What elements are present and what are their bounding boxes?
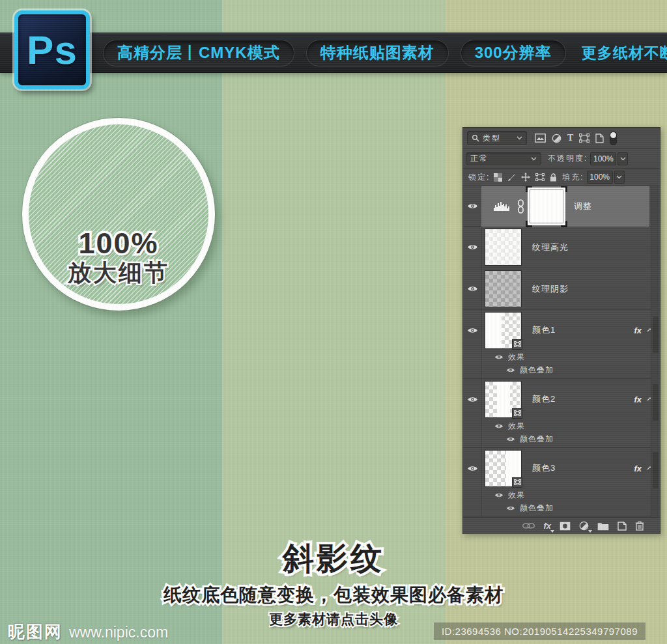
- poster-subtitle-row: 纸纹底色随意变换，包装效果图必备素材: [0, 583, 667, 608]
- layer-name: 调整: [574, 201, 592, 212]
- site-logo-text: 昵图网: [8, 621, 63, 643]
- poster-note: 更多素材请点击头像: [269, 610, 398, 628]
- eye-visibility-icon[interactable]: [494, 423, 504, 429]
- detail-circle-percent: 100%: [78, 229, 158, 258]
- effects-header-row[interactable]: 效果: [463, 350, 660, 364]
- new-group-folder-icon[interactable]: [597, 522, 609, 531]
- eye-visibility-icon[interactable]: [467, 327, 478, 334]
- new-adjustment-layer-icon[interactable]: [579, 521, 589, 531]
- layer-name: 纹理阴影: [532, 283, 569, 295]
- chevron-down-icon: [517, 136, 522, 140]
- search-icon: [472, 134, 479, 142]
- layer-style-fx-icon[interactable]: fx: [543, 521, 551, 531]
- feature-badge-2: 特种纸贴图素材: [306, 40, 449, 66]
- effects-header-row[interactable]: 效果: [463, 419, 660, 433]
- blend-mode-select[interactable]: 正常: [466, 152, 541, 165]
- layer-filter-type-select[interactable]: 类型: [467, 131, 527, 145]
- layer-thumbnail[interactable]: [485, 381, 522, 418]
- chevron-down-icon: [531, 157, 537, 161]
- layer-thumbnail[interactable]: [485, 312, 522, 349]
- layer-row[interactable]: 纹理高光: [463, 227, 660, 268]
- layer-name: 颜色3: [532, 462, 556, 474]
- add-layer-mask-icon[interactable]: [560, 522, 571, 531]
- scrollbar-thumb[interactable]: [653, 384, 659, 421]
- detail-circle-caption: 放大细节: [68, 258, 169, 287]
- eye-visibility-icon[interactable]: [494, 492, 504, 498]
- layer-mask-thumbnail[interactable]: [530, 189, 563, 223]
- selected-layer-band[interactable]: 调整: [481, 186, 649, 227]
- lock-pixels-brush-icon[interactable]: [507, 173, 516, 182]
- opacity-value-field[interactable]: 100%: [590, 152, 616, 165]
- fill-dropdown-button[interactable]: [614, 171, 625, 184]
- eye-visibility-icon[interactable]: [506, 436, 515, 442]
- layer-thumbnail[interactable]: [485, 229, 522, 266]
- fx-badge[interactable]: fx: [634, 326, 642, 335]
- scrollbar-thumb[interactable]: [653, 316, 659, 353]
- vector-mask-badge: [512, 477, 522, 488]
- detail-zoom-circle: 100% 放大细节: [22, 118, 215, 311]
- layers-list: 调整 纹理高光 纹理阴影 颜色1 fx: [463, 186, 660, 517]
- feature-badge-3: 300分辨率: [461, 40, 566, 66]
- layer-row-adjustment[interactable]: 调整: [463, 186, 660, 227]
- smart-object-filter-icon[interactable]: [595, 133, 604, 143]
- delete-layer-trash-icon[interactable]: [635, 521, 644, 531]
- header-bar: 高精分层丨CMYK模式 特种纸贴图素材 300分辨率 更多纸材不断更新中……: [0, 33, 667, 73]
- shape-filter-icon[interactable]: [579, 133, 589, 143]
- layer-row[interactable]: 颜色1 fx: [463, 310, 660, 350]
- layers-panel-toolbar: fx: [463, 517, 660, 534]
- eye-visibility-icon[interactable]: [467, 244, 478, 251]
- opacity-dropdown-button[interactable]: [617, 152, 628, 165]
- mask-link-icon: [517, 199, 524, 214]
- lock-transparency-icon[interactable]: [494, 173, 502, 182]
- lock-artboard-icon[interactable]: [535, 173, 545, 181]
- blend-mode-value: 正常: [470, 153, 489, 164]
- photoshop-logo: Ps: [14, 10, 90, 89]
- layers-scrollbar[interactable]: [651, 186, 659, 517]
- layer-row[interactable]: 颜色3 fx: [463, 448, 660, 488]
- scrollbar-thumb[interactable]: [653, 452, 659, 488]
- filter-toggle-icon[interactable]: [610, 132, 617, 145]
- effect-item-row[interactable]: 颜色叠加: [463, 502, 660, 516]
- link-layers-icon[interactable]: [522, 523, 535, 529]
- layers-panel: 类型 T: [462, 127, 660, 534]
- layer-group: 颜色3 fx 效果 颜色叠加: [463, 448, 660, 517]
- site-url: www.nipic.com: [69, 624, 168, 641]
- eye-visibility-icon[interactable]: [494, 354, 504, 360]
- fill-value-field[interactable]: 100%: [587, 171, 613, 184]
- poster-title-row: 斜影纹: [0, 538, 667, 580]
- lock-label: 锁定:: [468, 172, 490, 183]
- new-layer-icon[interactable]: [617, 522, 627, 531]
- layers-filter-row: 类型 T: [463, 128, 660, 149]
- filter-type-label: 类型: [483, 133, 501, 144]
- eye-visibility-icon[interactable]: [467, 285, 478, 292]
- poster-title: 斜影纹: [283, 538, 384, 580]
- eye-visibility-icon[interactable]: [506, 505, 515, 511]
- image-id-badge: ID:23694536 NO:20190514225349797089: [434, 623, 646, 640]
- lock-all-icon[interactable]: [550, 173, 557, 182]
- fx-badge[interactable]: fx: [634, 464, 642, 473]
- layer-thumbnail[interactable]: [485, 270, 522, 307]
- layer-group: 颜色1 fx 效果 颜色叠加: [463, 310, 660, 379]
- layer-name: 颜色1: [532, 324, 556, 336]
- fx-badge[interactable]: fx: [634, 395, 642, 404]
- eye-visibility-icon[interactable]: [467, 396, 478, 403]
- layer-thumbnail[interactable]: [485, 450, 522, 487]
- vector-mask-badge: [512, 408, 522, 419]
- effect-item-row[interactable]: 颜色叠加: [463, 364, 660, 378]
- effect-item-row[interactable]: 颜色叠加: [463, 433, 660, 447]
- eye-visibility-icon[interactable]: [506, 367, 515, 373]
- adjustment-filter-icon[interactable]: [552, 133, 561, 143]
- pixel-layer-filter-icon[interactable]: [535, 133, 546, 143]
- lock-icons: [494, 173, 557, 182]
- layer-row[interactable]: 颜色2 fx: [463, 379, 660, 419]
- layer-row[interactable]: 纹理阴影: [463, 268, 660, 310]
- eye-visibility-icon[interactable]: [467, 203, 478, 210]
- effects-header-row[interactable]: 效果: [463, 488, 660, 502]
- lock-position-move-icon[interactable]: [521, 173, 530, 182]
- poster-root: 高精分层丨CMYK模式 特种纸贴图素材 300分辨率 更多纸材不断更新中…… P…: [0, 0, 667, 644]
- poster-subtitle: 纸纹底色随意变换，包装效果图必备素材: [163, 583, 504, 608]
- header-tagline: 更多纸材不断更新中……: [582, 43, 667, 63]
- eye-visibility-icon[interactable]: [467, 465, 478, 472]
- blend-mode-row: 正常 不透明度: 100%: [463, 149, 660, 169]
- type-filter-icon[interactable]: T: [567, 133, 573, 143]
